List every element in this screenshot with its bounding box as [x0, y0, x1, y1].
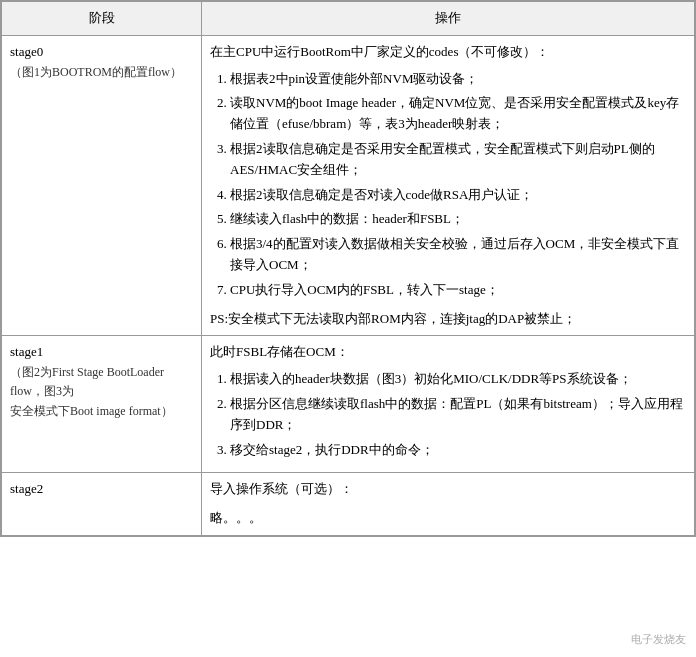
action-item-1-0: 根据读入的header块数据（图3）初始化MIO/CLK/DDR等PS系统设备；: [230, 369, 686, 390]
header-stage: 阶段: [2, 2, 202, 36]
action-item-0-3: 根据2读取信息确定是否对读入code做RSA用户认证；: [230, 185, 686, 206]
stage-name-0: stage0: [10, 42, 193, 63]
action-intro-1: 此时FSBL存储在OCM：: [210, 342, 686, 363]
action-item-1-2: 移交给stage2，执行DDR中的命令；: [230, 440, 686, 461]
action-item-0-4: 继续读入flash中的数据：header和FSBL；: [230, 209, 686, 230]
action-cell-1: 此时FSBL存储在OCM：根据读入的header块数据（图3）初始化MIO/CL…: [202, 336, 695, 473]
stage-desc-0: （图1为BOOTROM的配置flow）: [10, 63, 193, 82]
action-cell-0: 在主CPU中运行BootRom中厂家定义的codes（不可修改）：根据表2中pi…: [202, 35, 695, 336]
table-row: stage2导入操作系统（可选）：略。。。: [2, 473, 695, 536]
stage-desc-1: （图2为First Stage BootLoader flow，图3为 安全模式…: [10, 363, 193, 421]
action-item-0-1: 读取NVM的boot Image header，确定NVM位宽、是否采用安全配置…: [230, 93, 686, 135]
stage-name-1: stage1: [10, 342, 193, 363]
action-cell-2: 导入操作系统（可选）：略。。。: [202, 473, 695, 536]
table-row: stage0（图1为BOOTROM的配置flow）在主CPU中运行BootRom…: [2, 35, 695, 336]
action-intro-0: 在主CPU中运行BootRom中厂家定义的codes（不可修改）：: [210, 42, 686, 63]
action-item-0-2: 根据2读取信息确定是否采用安全配置模式，安全配置模式下则启动PL侧的AES/HM…: [230, 139, 686, 181]
stage-cell-0: stage0（图1为BOOTROM的配置flow）: [2, 35, 202, 336]
boot-stages-table: 阶段 操作 stage0（图1为BOOTROM的配置flow）在主CPU中运行B…: [1, 1, 695, 536]
action-list-1: 根据读入的header块数据（图3）初始化MIO/CLK/DDR等PS系统设备；…: [210, 369, 686, 460]
stage-cell-2: stage2: [2, 473, 202, 536]
main-table-container: 阶段 操作 stage0（图1为BOOTROM的配置flow）在主CPU中运行B…: [0, 0, 696, 537]
stage-cell-1: stage1（图2为First Stage BootLoader flow，图3…: [2, 336, 202, 473]
action-item-0-5: 根据3/4的配置对读入数据做相关安全校验，通过后存入OCM，非安全模式下直接导入…: [230, 234, 686, 276]
header-action: 操作: [202, 2, 695, 36]
table-row: stage1（图2为First Stage BootLoader flow，图3…: [2, 336, 695, 473]
ps-note-2: 略。。。: [210, 508, 686, 529]
stage-name-2: stage2: [10, 479, 193, 500]
action-item-0-6: CPU执行导入OCM内的FSBL，转入下一stage；: [230, 280, 686, 301]
action-list-0: 根据表2中pin设置使能外部NVM驱动设备；读取NVM的boot Image h…: [210, 69, 686, 301]
ps-note-0: PS:安全模式下无法读取内部ROM内容，连接jtag的DAP被禁止；: [210, 309, 686, 330]
action-item-0-0: 根据表2中pin设置使能外部NVM驱动设备；: [230, 69, 686, 90]
action-item-1-1: 根据分区信息继续读取flash中的数据：配置PL（如果有bitstream）；导…: [230, 394, 686, 436]
action-intro-2: 导入操作系统（可选）：: [210, 479, 686, 500]
